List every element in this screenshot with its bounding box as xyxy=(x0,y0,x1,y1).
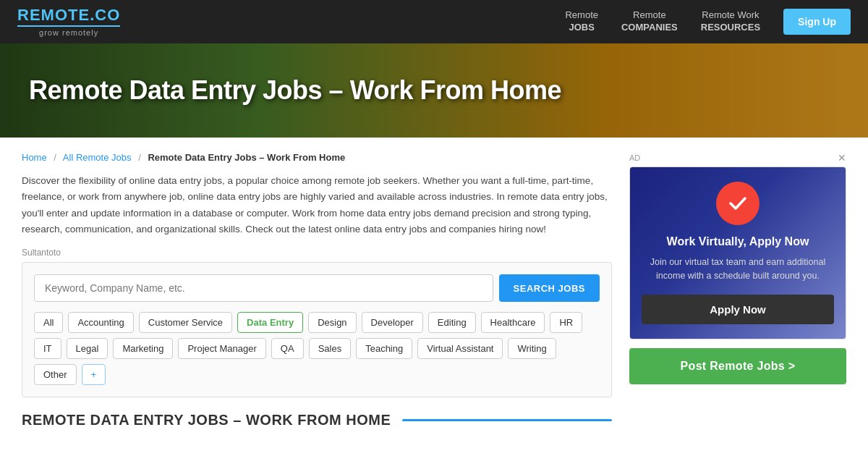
category-tag-it[interactable]: IT xyxy=(34,338,61,359)
category-tag-teaching[interactable]: Teaching xyxy=(356,338,412,359)
breadcrumb: Home / All Remote Jobs / Remote Data Ent… xyxy=(22,152,612,163)
nav-links: Remote JOBS Remote COMPANIES Remote Work… xyxy=(565,9,851,35)
content-area: Home / All Remote Jobs / Remote Data Ent… xyxy=(22,152,612,428)
hero-banner: Remote Data Entry Jobs – Work From Home xyxy=(0,43,868,138)
logo-sub: grow remotely xyxy=(17,25,120,37)
category-tag-developer[interactable]: Developer xyxy=(362,312,423,333)
ad-body: Join our virtual tax team and earn addit… xyxy=(642,256,834,283)
post-jobs-button[interactable]: Post Remote Jobs > xyxy=(629,348,846,384)
ad-apply-button[interactable]: Apply Now xyxy=(642,295,834,324)
search-box: SEARCH JOBS AllAccountingCustomer Servic… xyxy=(22,262,612,397)
search-button[interactable]: SEARCH JOBS xyxy=(499,274,600,302)
category-tag-all[interactable]: All xyxy=(34,312,63,333)
category-more-button[interactable]: + xyxy=(82,364,106,385)
navbar: REMOTE.CO grow remotely Remote JOBS Remo… xyxy=(0,0,868,43)
ad-headline: Work Virtually, Apply Now xyxy=(642,235,834,248)
main-container: Home / All Remote Jobs / Remote Data Ent… xyxy=(0,138,868,443)
nav-link-jobs[interactable]: Remote JOBS xyxy=(565,9,598,34)
breadcrumb-all-remote[interactable]: All Remote Jobs xyxy=(63,152,132,163)
category-tag-legal[interactable]: Legal xyxy=(67,338,109,359)
category-tag-design[interactable]: Design xyxy=(308,312,356,333)
ad-card: Work Virtually, Apply Now Join our virtu… xyxy=(629,166,846,339)
breadcrumb-home[interactable]: Home xyxy=(22,152,47,163)
section-heading-line xyxy=(402,419,612,421)
category-tag-virtual-assistant[interactable]: Virtual Assistant xyxy=(417,338,503,359)
category-tag-writing[interactable]: Writing xyxy=(508,338,556,359)
category-tag-hr[interactable]: HR xyxy=(550,312,582,333)
category-tag-sales[interactable]: Sales xyxy=(309,338,352,359)
page-description: Discover the flexibility of online data … xyxy=(22,173,612,237)
author-label: Sultantoto xyxy=(22,248,612,258)
signup-button[interactable]: Sign Up xyxy=(783,9,851,35)
category-tag-marketing[interactable]: Marketing xyxy=(113,338,173,359)
ad-label: AD ✕ xyxy=(629,152,846,164)
sidebar: AD ✕ Work Virtually, Apply Now Join our … xyxy=(629,152,846,428)
category-tag-accounting[interactable]: Accounting xyxy=(68,312,133,333)
category-tag-healthcare[interactable]: Healthcare xyxy=(481,312,545,333)
category-tags: AllAccountingCustomer ServiceData EntryD… xyxy=(34,312,600,385)
category-tag-other[interactable]: Other xyxy=(34,364,77,385)
search-input[interactable] xyxy=(34,274,493,302)
search-row: SEARCH JOBS xyxy=(34,274,600,302)
category-tag-editing[interactable]: Editing xyxy=(428,312,476,333)
nav-link-companies[interactable]: Remote COMPANIES xyxy=(621,9,678,34)
nav-link-resources[interactable]: Remote Work RESOURCES xyxy=(701,9,760,34)
section-heading: REMOTE DATA ENTRY JOBS – WORK FROM HOME xyxy=(22,412,612,428)
category-tag-qa[interactable]: QA xyxy=(271,338,304,359)
category-tag-project-manager[interactable]: Project Manager xyxy=(178,338,265,359)
logo-title: REMOTE.CO xyxy=(17,7,120,24)
category-tag-data-entry[interactable]: Data Entry xyxy=(237,312,303,333)
ad-checkmark-icon xyxy=(716,182,760,225)
hero-title: Remote Data Entry Jobs – Work From Home xyxy=(0,75,590,106)
logo[interactable]: REMOTE.CO grow remotely xyxy=(17,7,120,37)
category-tag-customer-service[interactable]: Customer Service xyxy=(139,312,232,333)
ad-close-button[interactable]: ✕ xyxy=(838,152,846,164)
breadcrumb-current: Remote Data Entry Jobs – Work From Home xyxy=(148,152,345,163)
